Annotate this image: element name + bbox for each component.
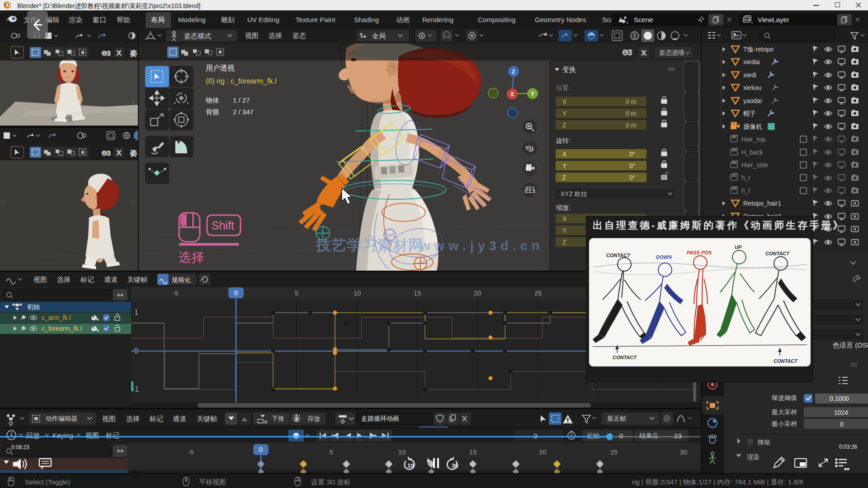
svg-text:15: 15 bbox=[469, 448, 477, 456]
svg-text:X: X bbox=[642, 49, 646, 56]
svg-text:Z: Z bbox=[512, 69, 515, 75]
svg-text:5: 5 bbox=[295, 289, 298, 297]
svg-text:CONTACT: CONTACT bbox=[774, 358, 798, 364]
svg-text:姿: 姿 bbox=[130, 149, 137, 157]
svg-text:1: 1 bbox=[134, 309, 138, 316]
svg-text:Hair_top: Hair_top bbox=[741, 136, 765, 143]
svg-text:DOWN: DOWN bbox=[656, 254, 672, 260]
svg-text:xiekou: xiekou bbox=[743, 84, 761, 91]
svg-text:h_l: h_l bbox=[741, 187, 750, 194]
svg-text:xiedai: xiedai bbox=[743, 58, 760, 66]
svg-text:-5: -5 bbox=[188, 448, 193, 456]
svg-text:0: 0 bbox=[234, 289, 238, 296]
svg-text:20: 20 bbox=[474, 289, 481, 297]
svg-text:25: 25 bbox=[534, 289, 542, 297]
svg-text:15: 15 bbox=[414, 289, 421, 297]
svg-text:Ə3: Ə3 bbox=[623, 49, 632, 56]
svg-text:帽子: 帽子 bbox=[743, 110, 756, 117]
svg-text:xiedi: xiedi bbox=[743, 71, 756, 79]
svg-text:Shift: Shift bbox=[212, 219, 234, 232]
svg-text:h_r: h_r bbox=[741, 174, 751, 181]
svg-text:选择: 选择 bbox=[179, 250, 204, 264]
svg-text:CONTACT: CONTACT bbox=[606, 253, 631, 258]
svg-text:摄像机: 摄像机 bbox=[743, 123, 762, 130]
svg-text:X: X bbox=[117, 49, 121, 56]
svg-text:-5: -5 bbox=[172, 289, 178, 297]
svg-text:H_back: H_back bbox=[741, 149, 763, 156]
svg-text:T恤-retopo: T恤-retopo bbox=[743, 46, 774, 53]
svg-text:Retopo_hair1: Retopo_hair1 bbox=[743, 200, 781, 207]
svg-text:X: X bbox=[510, 91, 514, 98]
svg-text:-1: -1 bbox=[132, 385, 139, 393]
svg-text:PASS POS: PASS POS bbox=[687, 250, 712, 255]
svg-text:10: 10 bbox=[407, 462, 414, 469]
svg-text:yaodai: yaodai bbox=[743, 97, 762, 104]
svg-text:CONTACT: CONTACT bbox=[765, 251, 790, 256]
svg-text:0: 0 bbox=[259, 446, 263, 453]
svg-text:30: 30 bbox=[680, 448, 688, 456]
svg-text:30: 30 bbox=[452, 462, 458, 469]
svg-text:Y: Y bbox=[531, 91, 534, 97]
svg-text:5: 5 bbox=[330, 448, 333, 456]
svg-text:UP: UP bbox=[735, 244, 742, 250]
svg-text:Ə3: Ə3 bbox=[102, 149, 111, 157]
svg-text:10: 10 bbox=[354, 289, 361, 297]
svg-text:25: 25 bbox=[610, 448, 618, 456]
svg-text:Ə3: Ə3 bbox=[102, 49, 111, 57]
svg-text:Hair_side: Hair_side bbox=[741, 161, 768, 169]
svg-text:姿: 姿 bbox=[130, 49, 137, 57]
svg-text:20: 20 bbox=[539, 448, 547, 456]
svg-text:CONTACT: CONTACT bbox=[613, 355, 637, 360]
svg-text:X: X bbox=[117, 149, 121, 156]
svg-text:10: 10 bbox=[398, 448, 406, 456]
